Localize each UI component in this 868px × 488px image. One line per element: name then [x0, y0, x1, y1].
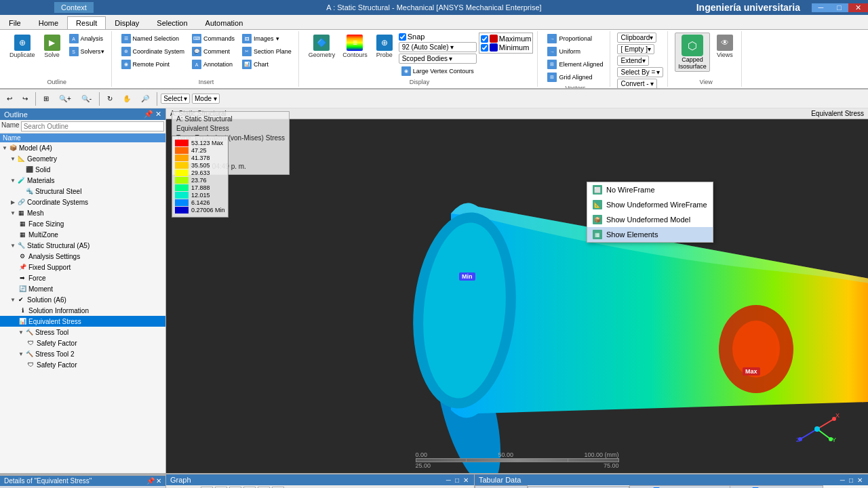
- scoped-bodies-dropdown[interactable]: Scoped Bodies ▾: [399, 54, 477, 64]
- legend-color-1: [175, 147, 189, 154]
- tree-item-static-structural[interactable]: ▼ 🔧 Static Structural (A5): [0, 240, 165, 251]
- large-vertex-btn[interactable]: ◉ Large Vertex Contours: [399, 65, 477, 77]
- tab-file[interactable]: File: [0, 16, 30, 29]
- tree-item-stress-tool[interactable]: ▼ 🔨 Stress Tool: [0, 327, 165, 338]
- tree-item-equiv-stress[interactable]: 📊 Equivalent Stress: [0, 316, 165, 327]
- graph-maximize-btn[interactable]: □: [454, 476, 460, 484]
- tree-item-multizone[interactable]: ▦ MultiZone: [0, 229, 165, 240]
- solve-btn[interactable]: ▶ Solve: [40, 33, 64, 60]
- commands-btn[interactable]: ⌨Commands: [189, 33, 237, 45]
- minimize-btn[interactable]: ─: [812, 3, 831, 12]
- zoom-fit-btn[interactable]: ⊞: [39, 93, 53, 104]
- tree-item-fixed-support[interactable]: 📌 Fixed Support: [0, 262, 165, 272]
- tab-selection[interactable]: Selection: [148, 16, 196, 29]
- views-btn[interactable]: 👁 Views: [713, 33, 737, 60]
- snap-btn[interactable]: Snap: [399, 33, 477, 41]
- graph-minimize-btn[interactable]: ─: [445, 476, 452, 484]
- grid-aligned-btn[interactable]: ⊞Grid Aligned: [545, 71, 606, 83]
- named-selection-btn[interactable]: ☰Named Selection: [119, 33, 188, 45]
- contours-btn[interactable]: ≡ Contours: [340, 33, 370, 60]
- tree-item-structural-steel[interactable]: 🔩 Structural Steel: [0, 186, 165, 197]
- comment-btn[interactable]: 💬Comment: [189, 45, 237, 58]
- zoom-out-btn[interactable]: 🔍-: [77, 93, 96, 104]
- search-input[interactable]: [21, 121, 164, 131]
- tree-item-solution[interactable]: ▼ ✔ Solution (A6): [0, 294, 165, 305]
- no-wireframe-item[interactable]: ⬜ No WireFrame: [587, 182, 713, 197]
- tree-item-coord-systems[interactable]: ▶ 🔗 Coordinate Systems: [0, 197, 165, 207]
- uniform-btn[interactable]: →Uniform: [545, 45, 606, 58]
- tabular-close-btn[interactable]: ✕: [856, 476, 864, 484]
- coordinate-system-btn[interactable]: ⊕Coordinate System: [119, 45, 188, 58]
- minimum-checkbox[interactable]: [481, 44, 488, 52]
- details-close-btn[interactable]: ✕: [156, 477, 161, 485]
- mode-dropdown[interactable]: Mode ▾: [192, 94, 220, 104]
- tree-item-stress-tool-2[interactable]: ▼ 🔨 Stress Tool 2: [0, 348, 165, 359]
- tree-item-mesh[interactable]: ▼ ▦ Mesh: [0, 207, 165, 218]
- proportional-btn[interactable]: →Proportional: [545, 33, 606, 45]
- convert-dropdown[interactable]: Convert -▾: [617, 79, 656, 89]
- show-undeformed-model-item[interactable]: 📦 Show Undeformed Model: [587, 212, 713, 227]
- maximize-btn[interactable]: □: [830, 3, 848, 12]
- remote-point-btn[interactable]: ◉Remote Point: [119, 58, 188, 70]
- tree-item-analysis-settings[interactable]: ⚙ Analysis Settings: [0, 251, 165, 262]
- axes-indicator: X Y Z: [793, 405, 841, 453]
- tabular-maximize-btn[interactable]: □: [848, 476, 854, 484]
- chart-btn[interactable]: 📊Chart: [239, 58, 294, 70]
- tree-item-model[interactable]: ▼ 📦 Model (A4): [0, 142, 165, 153]
- snap-checkbox[interactable]: [399, 33, 406, 41]
- probe-btn[interactable]: ⊕ Probe: [372, 33, 397, 60]
- tree-item-face-sizing[interactable]: ▦ Face Sizing: [0, 218, 165, 229]
- zoom-in-btn[interactable]: 🔍+: [55, 93, 75, 104]
- auto-scale-dropdown[interactable]: 92 (Auto Scale) ▾: [399, 42, 477, 52]
- outline-pin-btn[interactable]: 📌: [144, 110, 153, 119]
- tree-item-solid[interactable]: ⬛ Solid: [0, 164, 165, 175]
- clipboard-dropdown[interactable]: Clipboard▾: [617, 33, 656, 43]
- solvers-btn[interactable]: SSolvers▾: [66, 45, 107, 58]
- analysis-btn[interactable]: AAnalysis: [66, 33, 107, 45]
- tree-item-geometry[interactable]: ▼ 📐 Geometry: [0, 153, 165, 164]
- close-btn[interactable]: ✕: [848, 3, 868, 12]
- capped-btn[interactable]: ⬡ CappedIsosurface: [675, 33, 710, 72]
- tree-item-safety-factor-2[interactable]: 🛡 Safety Factor: [0, 359, 165, 370]
- extend-dropdown[interactable]: Extend▾: [617, 56, 648, 66]
- section-plane-btn[interactable]: ✂Section Plane: [239, 45, 294, 58]
- show-elements-item[interactable]: ▦ Show Elements: [587, 227, 713, 242]
- min-label: Min: [459, 272, 475, 281]
- geometry-btn[interactable]: 🔷 Geometry: [306, 33, 338, 60]
- element-aligned-btn[interactable]: ⊞Element Aligned: [545, 58, 606, 70]
- viewport[interactable]: A: Static Structural Equivalent Stress: [166, 108, 868, 473]
- tabular-minimize-btn[interactable]: ─: [839, 476, 846, 484]
- tab-home[interactable]: Home: [30, 16, 67, 29]
- prop-icon: →: [547, 34, 557, 43]
- details-title: Details of "Equivalent Stress": [4, 477, 92, 485]
- tree-item-materials[interactable]: ▼ 🧪 Materials: [0, 175, 165, 186]
- annotation-btn[interactable]: AAnnotation: [189, 58, 237, 70]
- insert-third-btns: 🖼Images▾ ✂Section Plane 📊Chart: [239, 33, 294, 70]
- rotate-btn[interactable]: ↻: [103, 93, 117, 104]
- select-dropdown[interactable]: Select▾: [161, 94, 190, 104]
- show-undeformed-wire-item[interactable]: 📐 Show Undeformed WireFrame: [587, 197, 713, 212]
- details-pin-btn[interactable]: 📌: [146, 477, 155, 485]
- minimum-row: Minimum: [481, 43, 532, 52]
- graph-close-btn[interactable]: ✕: [462, 476, 470, 484]
- tree-item-solution-info[interactable]: ℹ Solution Information: [0, 305, 165, 316]
- outline-close-btn[interactable]: ✕: [155, 110, 161, 119]
- tab-automation[interactable]: Automation: [197, 16, 252, 29]
- duplicate-btn[interactable]: ⊕ Duplicate: [7, 33, 38, 60]
- tree-item-safety-factor[interactable]: 🛡 Safety Factor: [0, 338, 165, 348]
- select-by-dropdown[interactable]: Select By =▾: [617, 67, 663, 77]
- redo-btn[interactable]: ↪: [18, 93, 32, 104]
- maximum-checkbox[interactable]: [481, 35, 488, 43]
- tree-item-moment[interactable]: 🔄 Moment: [0, 283, 165, 294]
- zoom-btn[interactable]: 🔎: [137, 93, 153, 104]
- empty-dropdown[interactable]: [ Empty ]▾: [617, 44, 654, 54]
- images-btn[interactable]: 🖼Images▾: [239, 33, 294, 45]
- tree-item-force[interactable]: ➡ Force: [0, 272, 165, 283]
- tab-display[interactable]: Display: [106, 16, 148, 29]
- tab-result[interactable]: Result: [67, 16, 106, 29]
- pan-btn[interactable]: ✋: [119, 93, 135, 104]
- solid-icon: ⬛: [24, 165, 34, 174]
- context-tab[interactable]: Context: [54, 2, 94, 13]
- scale-sublabels: 25.00 75.00: [416, 462, 619, 469]
- undo-btn[interactable]: ↩: [3, 93, 16, 104]
